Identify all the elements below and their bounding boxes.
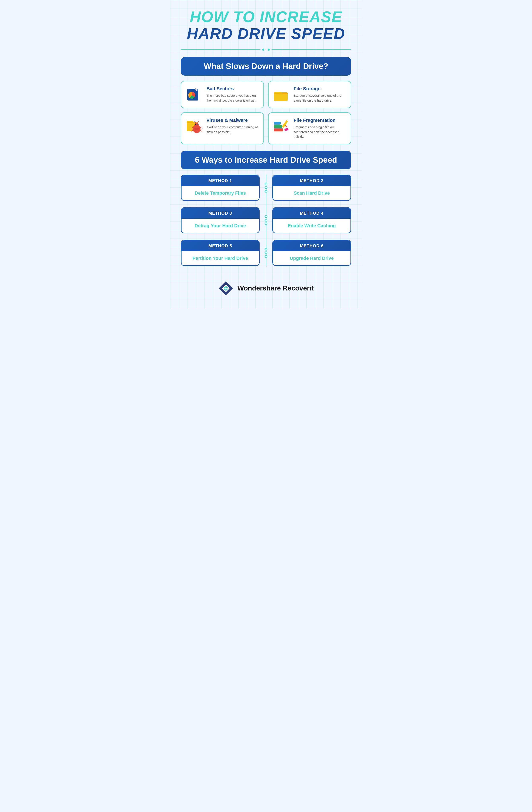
method4-label: METHOD 4 xyxy=(300,211,323,216)
slows-down-title: What Slows Down a Hard Drive? xyxy=(187,62,345,71)
svg-point-26 xyxy=(194,128,199,130)
viruses-card: Viruses & Malware It will keep your comp… xyxy=(181,113,264,144)
svg-rect-27 xyxy=(274,128,283,131)
file-storage-icon xyxy=(273,86,290,103)
deco-dot-right xyxy=(268,48,270,51)
method1-body: Delete Temporary Files xyxy=(181,186,259,200)
viruses-text: Viruses & Malware It will keep your comp… xyxy=(206,118,259,134)
slowdown-cards-grid: Bad Sectors The more bad sectors you hav… xyxy=(181,81,351,144)
method2-header: METHOD 2 xyxy=(273,175,351,186)
file-storage-text: File Storage Storage of several versions… xyxy=(294,86,346,103)
method4-body: Enable Write Caching xyxy=(273,219,351,233)
method5-body: Partition Your Hard Drive xyxy=(181,251,259,265)
method6-box: METHOD 6 Upgrade Hard Drive xyxy=(272,240,351,266)
method1-name: Delete Temporary Files xyxy=(195,190,246,196)
connector-dot-1a xyxy=(265,183,267,186)
svg-rect-33 xyxy=(284,128,289,131)
svg-rect-4 xyxy=(195,88,196,90)
file-fragmentation-desc: Fragments of a single file are scattered… xyxy=(294,125,346,139)
method5-name: Partition Your Hard Drive xyxy=(193,256,248,261)
svg-point-15 xyxy=(197,124,198,125)
ways-title: 6 Ways to Increase Hard Drive Speed xyxy=(187,156,345,164)
methods-wrapper: METHOD 1 Delete Temporary Files METHOD 2… xyxy=(181,175,351,266)
method-row-2: METHOD 3 Defrag Your Hard Drive METHOD 4… xyxy=(181,207,351,233)
method6-name: Upgrade Hard Drive xyxy=(290,256,334,261)
svg-rect-6 xyxy=(274,93,288,101)
file-fragmentation-text: File Fragmentation Fragments of a single… xyxy=(294,118,346,139)
wondershare-logo-icon xyxy=(218,281,233,296)
connector-dot-2a xyxy=(265,215,267,218)
method2-body: Scan Hard Drive xyxy=(273,186,351,200)
ways-section: 6 Ways to Increase Hard Drive Speed METH… xyxy=(181,151,351,266)
connector-dot-3b xyxy=(265,251,267,254)
method6-body: Upgrade Hard Drive xyxy=(273,251,351,265)
method4-name: Enable Write Caching xyxy=(288,223,336,228)
connector-dot-1c xyxy=(265,190,267,193)
method2-box: METHOD 2 Scan Hard Drive xyxy=(272,175,351,201)
bad-sectors-icon xyxy=(186,86,203,103)
connector-dot-3a xyxy=(265,248,267,251)
connector-dot-2c xyxy=(265,222,267,225)
slows-down-header: What Slows Down a Hard Drive? xyxy=(181,57,351,76)
svg-line-25 xyxy=(201,131,202,131)
method4-header: METHOD 4 xyxy=(273,208,351,219)
method1-label: METHOD 1 xyxy=(208,178,232,183)
method6-header: METHOD 6 xyxy=(273,241,351,251)
method5-header: METHOD 5 xyxy=(181,241,259,251)
row-connector-3 xyxy=(265,248,267,258)
file-storage-desc: Storage of several versions of the same … xyxy=(294,93,346,103)
method3-label: METHOD 3 xyxy=(208,211,232,216)
method6-label: METHOD 6 xyxy=(300,243,323,248)
svg-point-14 xyxy=(195,124,196,125)
method3-name: Defrag Your Hard Drive xyxy=(194,223,246,228)
svg-point-18 xyxy=(194,121,195,121)
method4-box: METHOD 4 Enable Write Caching xyxy=(272,207,351,233)
method3-body: Defrag Your Hard Drive xyxy=(181,219,259,233)
svg-line-23 xyxy=(201,127,202,128)
deco-dot-left xyxy=(262,48,264,51)
file-fragmentation-card: File Fragmentation Fragments of a single… xyxy=(268,113,351,144)
connector-dot-2b xyxy=(265,219,267,222)
method3-header: METHOD 3 xyxy=(181,208,259,219)
bad-sectors-title: Bad Sectors xyxy=(206,86,259,91)
decorative-line xyxy=(181,48,351,51)
file-storage-card: File Storage Storage of several versions… xyxy=(268,81,351,108)
viruses-desc: It will keep your computer running as sl… xyxy=(206,125,259,134)
file-storage-title: File Storage xyxy=(294,86,346,91)
method5-box: METHOD 5 Partition Your Hard Drive xyxy=(181,240,260,266)
svg-rect-28 xyxy=(274,125,282,128)
ways-header: 6 Ways to Increase Hard Drive Speed xyxy=(181,151,351,169)
method-row-1: METHOD 1 Delete Temporary Files METHOD 2… xyxy=(181,175,351,201)
svg-rect-7 xyxy=(274,93,288,94)
method2-name: Scan Hard Drive xyxy=(294,190,330,196)
title-line1: HOW TO INCREASE xyxy=(181,9,351,25)
method5-label: METHOD 5 xyxy=(208,243,232,248)
viruses-icon xyxy=(186,118,203,134)
method1-box: METHOD 1 Delete Temporary Files xyxy=(181,175,260,201)
row-connector-1 xyxy=(265,183,267,193)
connector-dot-1b xyxy=(265,186,267,189)
bad-sectors-text: Bad Sectors The more bad sectors you hav… xyxy=(206,86,259,103)
row-connector-2 xyxy=(265,215,267,225)
svg-marker-31 xyxy=(285,120,288,122)
svg-rect-32 xyxy=(285,125,287,127)
svg-rect-29 xyxy=(274,122,281,125)
logo-name: Wondershare Recoverit xyxy=(237,284,314,292)
method3-box: METHOD 3 Defrag Your Hard Drive xyxy=(181,207,260,233)
connector-dot-3c xyxy=(265,255,267,258)
bad-sectors-card: Bad Sectors The more bad sectors you hav… xyxy=(181,81,264,108)
main-title: HOW TO INCREASE HARD DRIVE SPEED xyxy=(181,9,351,42)
logo-section: Wondershare Recoverit xyxy=(181,277,351,296)
file-fragmentation-title: File Fragmentation xyxy=(294,118,346,123)
title-line2: HARD DRIVE SPEED xyxy=(181,25,351,42)
method-row-3: METHOD 5 Partition Your Hard Drive METHO… xyxy=(181,240,351,266)
file-fragmentation-icon xyxy=(273,118,290,134)
method2-label: METHOD 2 xyxy=(300,178,323,183)
svg-point-19 xyxy=(198,121,199,121)
bad-sectors-desc: The more bad sectors you have on the har… xyxy=(206,93,259,103)
method1-header: METHOD 1 xyxy=(181,175,259,186)
viruses-title: Viruses & Malware xyxy=(206,118,259,123)
